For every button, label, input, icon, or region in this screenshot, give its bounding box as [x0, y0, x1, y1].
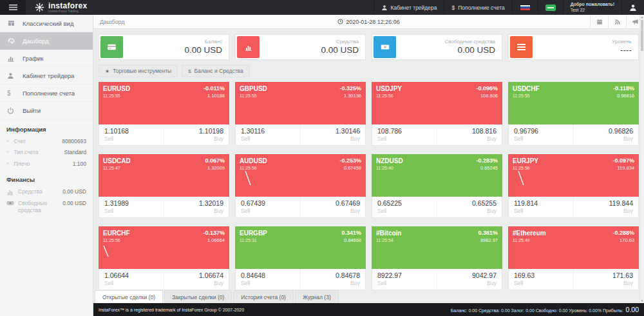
change-percent: -0.118%	[613, 85, 634, 92]
sidebar-item-label: Выйти	[23, 107, 41, 114]
bar-chart-icon	[237, 36, 260, 58]
breadcrumb: Дашборд	[93, 19, 125, 25]
sidebar-item-label: Пополнение счета	[23, 90, 75, 97]
news-feed-button[interactable]	[608, 15, 626, 29]
sparkline-icon	[508, 154, 547, 193]
last-price: 170.63	[612, 237, 634, 243]
sidebar-item-классический-вид[interactable]: Классический вид	[0, 15, 93, 32]
sell-button[interactable]: 8922.97 Sell	[372, 269, 437, 290]
calendar-button[interactable]	[590, 15, 608, 29]
stat-label: Средства	[260, 39, 359, 45]
sidebar-item-дашборд[interactable]: Дашборд	[0, 32, 93, 50]
instrument-tile-eurusd[interactable]: EURUSD 11:25:55 -0.011% 1.10188 1.10168 …	[99, 82, 229, 146]
sidebar-item-выйти[interactable]: Выйти	[0, 102, 93, 119]
instrument-tile-nzdusd[interactable]: NZDUSD 11:25:40 -0.283% 0.65245 0.65225 …	[372, 154, 502, 218]
profile-menu[interactable]	[621, 0, 644, 15]
last-price: 0.67459	[339, 165, 361, 171]
sell-button[interactable]: 0.96796 Sell	[509, 124, 573, 145]
last-price: 119.834	[612, 165, 634, 171]
buy-button[interactable]: 108.816 Buy	[437, 124, 502, 145]
sell-button[interactable]: 108.786 Sell	[372, 124, 437, 145]
bottom-tab[interactable]: История счета (0)	[233, 290, 294, 303]
change-percent: -0.325%	[339, 85, 361, 92]
buy-button[interactable]: 0.96826 Buy	[573, 124, 638, 145]
language-switcher[interactable]	[512, 0, 538, 15]
buy-button[interactable]: 9042.97 Buy	[437, 269, 502, 290]
instrument-tile-eurgbp[interactable]: EURGBP 11:25:31 0.341% 0.84668 0.84648 S…	[235, 226, 366, 290]
last-price: 0.84668	[341, 237, 361, 243]
bottom-tab[interactable]: Закрытые сделки (0)	[164, 290, 232, 303]
rss-icon	[614, 19, 621, 25]
vertical-scrollbar[interactable]: ▲ ▼	[639, 15, 644, 303]
buy-button[interactable]: 171.63 Buy	[573, 269, 638, 290]
instrument-tile-usdjpy[interactable]: USDJPY 11:25:56 -0.096% 108.806 108.786 …	[372, 82, 502, 146]
sell-button[interactable]: 0.65225 Sell	[372, 197, 437, 217]
change-percent: -0.096%	[476, 85, 498, 92]
last-price: 0.96816	[613, 93, 634, 99]
buy-button[interactable]: 1.32019 Buy	[164, 197, 229, 217]
buy-button[interactable]: 0.65255 Buy	[437, 197, 502, 217]
calendar-icon	[596, 19, 603, 25]
tile-head: USDJPY 11:25:56 -0.096% 108.806	[372, 82, 502, 124]
instrument-tile-eurchf[interactable]: EURCHF 11:25:56 -0.137% 1.06664 1.06644 …	[99, 226, 229, 290]
finance-row: Свободные средства 0.00 USD	[0, 198, 93, 217]
buy-button[interactable]: 1.30146 Buy	[300, 124, 365, 145]
instrument-tile-bitcoin[interactable]: #Bitcoin 11:25:54 0.361% 8982.97 8922.97…	[372, 226, 502, 290]
sell-button[interactable]: 1.31989 Sell	[99, 197, 164, 217]
clock-icon	[337, 19, 343, 25]
deposit-menu[interactable]: $ Пополнение счета	[444, 0, 511, 15]
info-row: » Тип счета Standard	[0, 147, 93, 158]
last-price: 8982.97	[478, 237, 498, 243]
instrument-tile-gbpusd[interactable]: GBPUSD 11:25:55 -0.325% 1.30136 1.30116 …	[235, 82, 366, 146]
sell-button[interactable]: 119.814 Sell	[509, 197, 573, 217]
tile-head: EURCHF 11:25:56 -0.137% 1.06664	[99, 226, 229, 269]
sidebar-item-пополнение-счета[interactable]: $ Пополнение счета	[0, 84, 93, 102]
stat-value: 0.00 USD	[396, 45, 495, 55]
instrument-tile-eurjpy[interactable]: EURJPY 11:25:56 -0.097% 119.834 119.814 …	[508, 154, 639, 218]
instaforex-logo[interactable]: instaforex Instant Forex Trading	[26, 0, 87, 15]
sell-button[interactable]: 1.30116 Sell	[236, 124, 300, 145]
sell-button[interactable]: 0.67439 Sell	[236, 197, 300, 217]
trading-instruments-button[interactable]: ★ Торговые инструменты	[99, 64, 178, 77]
instrument-tile-usdchf[interactable]: USDCHF 11:25:55 -0.118% 0.96816 0.96796 …	[508, 82, 639, 146]
change-percent: -0.253%	[339, 157, 361, 164]
bottom-tab[interactable]: Журнал (3)	[295, 290, 339, 303]
server-datetime: 2020-01-28 12:26:06	[93, 19, 644, 25]
stat-label: Уровень	[533, 39, 632, 45]
instrument-tile-usdcad[interactable]: USDCAD 11:25:47 0.067% 1.32009 1.31989 S…	[99, 154, 229, 218]
trader-cabinet-menu[interactable]: Кабинет трейдера	[374, 0, 444, 15]
bottom-tab[interactable]: Открытые сделки (0)	[95, 290, 163, 303]
stat-value: 0.00 USD	[260, 45, 359, 55]
banknote-icon	[374, 36, 396, 58]
stats-row: Баланс 0.00 USD Средства 0.00 USD Свобод…	[93, 29, 644, 60]
sell-button[interactable]: 1.10168 Sell	[99, 124, 164, 145]
info-rows: » Счет 80800693 » Тип счета Standard » П…	[0, 136, 93, 170]
scroll-up-icon[interactable]: ▲	[640, 15, 644, 19]
instrument-tile-ethereum[interactable]: #Ethereum 11:25:49 -0.288% 170.63 169.63…	[508, 226, 639, 290]
scroll-down-icon[interactable]: ▼	[640, 299, 644, 302]
buy-button[interactable]: 1.10198 Buy	[164, 124, 229, 145]
buy-button[interactable]: 1.06674 Buy	[164, 269, 229, 290]
tile-head: USDCAD 11:25:47 0.067% 1.32009	[99, 154, 229, 197]
sidebar-item-кабинет-трейдера[interactable]: Кабинет трейдера	[0, 67, 93, 84]
payments-menu[interactable]	[538, 0, 563, 15]
change-percent: 0.067%	[205, 157, 225, 164]
tile-head: EURUSD 11:25:55 -0.011% 1.10188	[99, 82, 229, 124]
sidebar-item-график[interactable]: График	[0, 50, 93, 67]
balance-funds-button[interactable]: $ Баланс и Средства	[182, 64, 250, 77]
buy-button[interactable]: 0.84678 Buy	[300, 269, 365, 290]
sell-button[interactable]: 169.63 Sell	[509, 269, 573, 290]
instrument-tile-audusd[interactable]: AUDUSD 11:25:56 -0.253% 0.67459 0.67439 …	[235, 154, 366, 218]
app-header: instaforex Instant Forex Trading Кабинет…	[0, 0, 644, 15]
sell-button[interactable]: 0.84648 Sell	[236, 269, 300, 290]
last-price: 0.65245	[476, 165, 498, 171]
change-percent: -0.137%	[203, 230, 225, 236]
sidebar-item-label: Классический вид	[23, 20, 73, 27]
scrollbar-thumb[interactable]	[641, 20, 643, 51]
buy-button[interactable]: 0.67469 Buy	[300, 197, 365, 217]
sidebar-toggle-button[interactable]	[0, 0, 26, 15]
sell-button[interactable]: 1.06644 Sell	[99, 269, 164, 290]
buy-button[interactable]: 119.844 Buy	[573, 197, 638, 217]
bottom-tabs: Открытые сделки (0) Закрытые сделки (0) …	[93, 290, 644, 303]
chevron-right-icon: »	[6, 138, 9, 144]
